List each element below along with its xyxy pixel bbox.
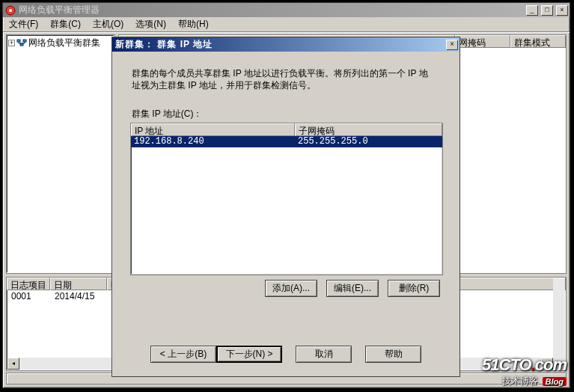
svg-rect-2	[17, 40, 20, 42]
ip-list-row-selected[interactable]: 192.168.8.240 255.255.255.0	[131, 136, 442, 147]
svg-rect-3	[23, 40, 26, 42]
menu-options[interactable]: 选项(N)	[132, 16, 172, 32]
ip-cell: 192.168.8.240	[131, 136, 295, 147]
tree-root-label: 网络负载平衡群集	[28, 37, 100, 49]
edit-button[interactable]: 编辑(E)...	[326, 280, 379, 297]
menubar: 文件(F) 群集(C) 主机(O) 选项(N) 帮助(H)	[3, 17, 570, 32]
log-date: 2014/4/15	[52, 290, 109, 302]
mask-cell: 255.255.255.0	[295, 136, 371, 147]
next-button[interactable]: 下一步(N) >	[216, 346, 282, 363]
menu-file[interactable]: 文件(F)	[6, 16, 44, 32]
svg-point-1	[9, 9, 12, 12]
spacer	[282, 346, 296, 363]
window-controls: _ □ ×	[525, 5, 570, 16]
menu-cluster[interactable]: 群集(C)	[47, 16, 87, 32]
ip-list-header: IP 地址 子网掩码	[131, 123, 442, 136]
help-button[interactable]: 帮助	[365, 346, 421, 363]
dialog-description: 群集的每个成员共享群集 IP 地址以进行负载平衡。将所列出的第一个 IP 地址视…	[132, 67, 436, 91]
add-button[interactable]: 添加(A)...	[265, 280, 317, 297]
dialog-close-button[interactable]: ×	[446, 40, 458, 50]
app-icon	[5, 5, 16, 16]
main-titlebar: 网络负载平衡管理器 _ □ ×	[3, 3, 570, 17]
dialog-titlebar[interactable]: 新群集： 群集 IP 地址 ×	[112, 37, 459, 52]
maximize-button[interactable]: □	[541, 5, 553, 16]
wizard-buttons: < 上一步(B) 下一步(N) > 取消 帮助	[115, 346, 457, 363]
main-title: 网络负载平衡管理器	[19, 4, 525, 16]
tree-root-row[interactable]: + 网络负载平衡群集	[8, 37, 113, 49]
log-scrollbar-v[interactable]	[553, 278, 565, 370]
remove-button[interactable]: 删除(R)	[388, 280, 440, 297]
log-col-date[interactable]: 日期	[50, 278, 107, 290]
scroll-left-icon[interactable]: ◂	[7, 358, 19, 370]
col-mask[interactable]: 子网掩码	[295, 123, 442, 136]
dialog-title: 新群集： 群集 IP 地址	[115, 38, 446, 51]
menu-host[interactable]: 主机(O)	[90, 16, 129, 32]
new-cluster-dialog: 新群集： 群集 IP 地址 × 群集的每个成员共享群集 IP 地址以进行负载平衡…	[112, 37, 460, 377]
col-mode[interactable]: 群集模式	[510, 35, 566, 48]
tree-expander-icon[interactable]: +	[8, 40, 15, 46]
cluster-icon	[16, 37, 27, 48]
scroll-right-icon[interactable]: ▸	[541, 358, 553, 370]
col-ip[interactable]: IP 地址	[131, 123, 295, 136]
ip-list[interactable]: IP 地址 子网掩码 192.168.8.240 255.255.255.0	[130, 123, 443, 275]
menu-help[interactable]: 帮助(H)	[175, 16, 215, 32]
spacer	[352, 346, 365, 363]
ip-list-label: 群集 IP 地址(C)：	[132, 108, 202, 120]
minimize-button[interactable]: _	[526, 5, 538, 16]
col-netmask[interactable]: 网掩码	[455, 35, 510, 48]
back-button[interactable]: < 上一步(B)	[150, 346, 216, 363]
cancel-button[interactable]: 取消	[296, 346, 352, 363]
tree-panel[interactable]: + 网络负载平衡群集	[6, 34, 115, 274]
dialog-body: 群集的每个成员共享群集 IP 地址以进行负载平衡。将所列出的第一个 IP 地址视…	[115, 54, 457, 373]
close-button[interactable]: ×	[556, 5, 568, 16]
log-col-item[interactable]: 日志项目	[7, 278, 50, 290]
log-item: 0001	[8, 290, 52, 302]
list-buttons: 添加(A)... 编辑(E)... 删除(R)	[265, 280, 440, 297]
